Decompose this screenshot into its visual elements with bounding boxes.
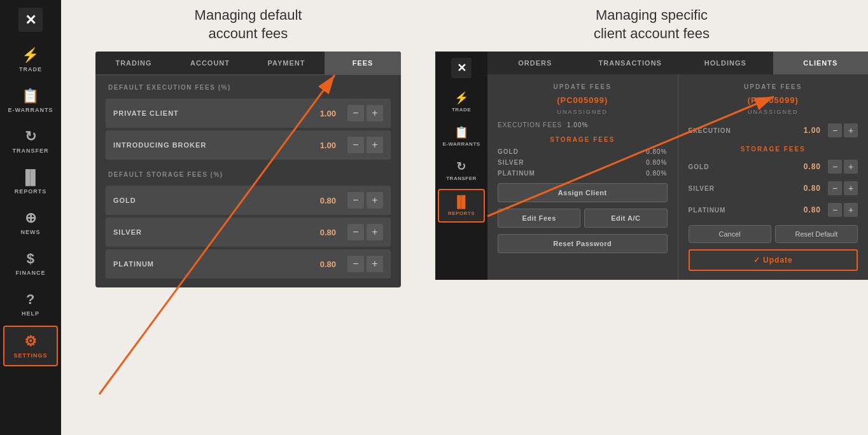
tab-trading[interactable]: TRADING bbox=[95, 52, 172, 74]
private-client-row: PRIVATE CLIENT 1.00 − + bbox=[106, 99, 391, 128]
mini-sidebar-trade[interactable]: ⚡ TRADE bbox=[438, 86, 485, 118]
sidebar-reports-label: REPORTS bbox=[15, 188, 47, 195]
left-uf-storage-label: STORAGE FEES bbox=[498, 136, 668, 143]
mini-transfer-label: TRANSFER bbox=[446, 176, 477, 181]
mini-reports-label: REPORTS bbox=[448, 211, 475, 216]
silver-input-row: SILVER 0.80 − + bbox=[689, 181, 858, 195]
cancel-btn[interactable]: Cancel bbox=[689, 225, 771, 243]
edit-ac-btn[interactable]: Edit A/C bbox=[584, 209, 667, 228]
silver-input-val: 0.80 bbox=[798, 184, 821, 193]
tab-account[interactable]: ACCOUNT bbox=[172, 52, 248, 74]
sidebar-item-ewarrants[interactable]: 📋 E-WARRANTS bbox=[3, 81, 58, 120]
platinum-minus-btn[interactable]: − bbox=[828, 203, 842, 217]
silver-value: 0.80 bbox=[320, 228, 336, 237]
sidebar-help-label: HELP bbox=[22, 310, 39, 317]
svg-text:✕: ✕ bbox=[457, 62, 466, 74]
exec-input-label: EXECUTION bbox=[689, 127, 799, 134]
left-update-fees-panel: UPDATE FEES (PC005099) UNASSIGNED EXECUT… bbox=[487, 74, 678, 280]
silver-plus-btn[interactable]: + bbox=[844, 181, 858, 195]
fees-card: TRADING ACCOUNT PAYMENT FEES DEFAULT EXE… bbox=[95, 52, 401, 287]
silver-label: SILVER bbox=[113, 228, 320, 236]
sidebar-item-help[interactable]: ? HELP bbox=[3, 285, 58, 323]
sidebar-news-label: NEWS bbox=[21, 229, 41, 235]
mini-ewarrants-label: E-WARRANTS bbox=[442, 141, 480, 147]
left-silver-val: 0.80% bbox=[646, 159, 667, 166]
sidebar-transfer-label: TRANSFER bbox=[13, 148, 49, 154]
edit-fees-btn[interactable]: Edit Fees bbox=[498, 209, 580, 228]
left-platinum-name: PLATINUM bbox=[498, 170, 535, 177]
exec-plus-btn[interactable]: + bbox=[844, 123, 858, 137]
platinum-row: PLATINUM 0.80 − + bbox=[106, 249, 391, 279]
svg-text:✕: ✕ bbox=[25, 12, 36, 28]
fees-tabs: TRADING ACCOUNT PAYMENT FEES bbox=[95, 52, 401, 75]
platinum-input-row: PLATINUM 0.80 − + bbox=[689, 203, 858, 217]
silver-row: SILVER 0.80 − + bbox=[106, 218, 391, 247]
mini-trade-icon: ⚡ bbox=[454, 91, 469, 105]
exec-input-row: EXECUTION 1.00 − + bbox=[689, 123, 858, 137]
mini-sidebar: ✕ ⚡ TRADE 📋 E-WARRANTS ↻ TRANSFER bbox=[435, 52, 487, 280]
mini-sidebar-ewarrants[interactable]: 📋 E-WARRANTS bbox=[438, 120, 485, 152]
exec-minus-btn[interactable]: − bbox=[828, 123, 842, 137]
silver-plus[interactable]: + bbox=[367, 224, 383, 240]
gold-plus-btn[interactable]: + bbox=[844, 160, 858, 174]
settings-icon: ⚙ bbox=[24, 333, 38, 350]
platinum-plus-btn[interactable]: + bbox=[844, 203, 858, 217]
tab-fees[interactable]: FEES bbox=[325, 52, 401, 74]
tab-clients[interactable]: CLIENTS bbox=[773, 52, 869, 74]
sidebar-item-trade[interactable]: ⚡ TRADE bbox=[3, 41, 58, 79]
silver-minus[interactable]: − bbox=[347, 224, 364, 240]
panels-area: Managing defaultaccount fees TRADING ACC… bbox=[61, 0, 868, 435]
private-client-minus[interactable]: − bbox=[347, 105, 364, 121]
platinum-label: PLATINUM bbox=[113, 260, 320, 268]
tab-orders[interactable]: ORDERS bbox=[487, 52, 583, 74]
sidebar-item-news[interactable]: ⊕ NEWS bbox=[3, 204, 58, 242]
transfer-icon: ↻ bbox=[25, 128, 37, 145]
mini-transfer-icon: ↻ bbox=[456, 160, 466, 174]
assign-client-btn[interactable]: Assign Client bbox=[498, 183, 668, 202]
tab-holdings[interactable]: HOLDINGS bbox=[678, 52, 773, 74]
left-gold-val: 0.80% bbox=[646, 148, 667, 155]
edit-buttons-row: Edit Fees Edit A/C bbox=[498, 206, 668, 228]
platinum-minus[interactable]: − bbox=[347, 256, 364, 272]
mini-sidebar-transfer[interactable]: ↻ TRANSFER bbox=[438, 155, 485, 186]
mini-sidebar-reports[interactable]: ▐▌ REPORTS bbox=[438, 189, 485, 223]
right-panel-area: Managing specificclient account fees ✕ ⚡… bbox=[435, 0, 868, 435]
left-platinum-val: 0.80% bbox=[646, 170, 667, 177]
tab-payment[interactable]: PAYMENT bbox=[248, 52, 325, 74]
sidebar-item-transfer[interactable]: ↻ TRANSFER bbox=[3, 122, 58, 160]
mini-trade-label: TRADE bbox=[452, 107, 471, 113]
tab-transactions[interactable]: TRANSACTIONS bbox=[583, 52, 678, 74]
sidebar-item-finance[interactable]: $ FINANCE bbox=[3, 244, 58, 282]
update-btn[interactable]: ✓ Update bbox=[689, 249, 858, 271]
silver-minus-btn[interactable]: − bbox=[828, 181, 842, 195]
gold-minus-btn[interactable]: − bbox=[828, 160, 842, 174]
sidebar-settings-label: SETTINGS bbox=[13, 352, 47, 359]
left-uf-title: UPDATE FEES bbox=[498, 83, 668, 90]
ewarrants-icon: 📋 bbox=[22, 88, 39, 104]
gold-minus[interactable]: − bbox=[347, 192, 364, 209]
introducing-broker-minus[interactable]: − bbox=[347, 137, 364, 153]
sidebar-item-settings[interactable]: ⚙ SETTINGS bbox=[3, 326, 58, 366]
left-silver-row: SILVER 0.80% bbox=[498, 159, 668, 166]
gold-input-label: GOLD bbox=[689, 163, 799, 170]
exec-input-val: 1.00 bbox=[798, 126, 821, 135]
clients-tabs: ORDERS TRANSACTIONS HOLDINGS CLIENTS bbox=[487, 52, 868, 74]
silver-input-label: SILVER bbox=[689, 185, 799, 192]
platinum-plus[interactable]: + bbox=[367, 256, 383, 272]
right-update-fees-panel: UPDATE FEES (PC005099) UNASSIGNED EXECUT… bbox=[678, 74, 869, 280]
right-uf-title: UPDATE FEES bbox=[689, 83, 858, 90]
reset-password-btn[interactable]: Reset Password bbox=[498, 234, 668, 253]
gold-input-val: 0.80 bbox=[798, 162, 821, 171]
sidebar-item-reports[interactable]: ▐▌ REPORTS bbox=[3, 163, 58, 201]
left-gold-name: GOLD bbox=[498, 148, 519, 155]
private-client-plus[interactable]: + bbox=[367, 105, 383, 121]
right-panel-title: Managing specificclient account fees bbox=[594, 6, 710, 43]
right-uf-client-id: (PC005099) bbox=[689, 95, 858, 105]
gold-plus[interactable]: + bbox=[367, 192, 383, 209]
introducing-broker-value: 1.00 bbox=[320, 141, 336, 150]
reset-default-btn[interactable]: Reset Default bbox=[775, 225, 858, 243]
trade-icon: ⚡ bbox=[22, 47, 39, 64]
introducing-broker-plus[interactable]: + bbox=[367, 137, 383, 153]
introducing-broker-row: INTRODUCING BROKER 1.00 − + bbox=[106, 130, 391, 160]
gold-label: GOLD bbox=[113, 197, 320, 204]
